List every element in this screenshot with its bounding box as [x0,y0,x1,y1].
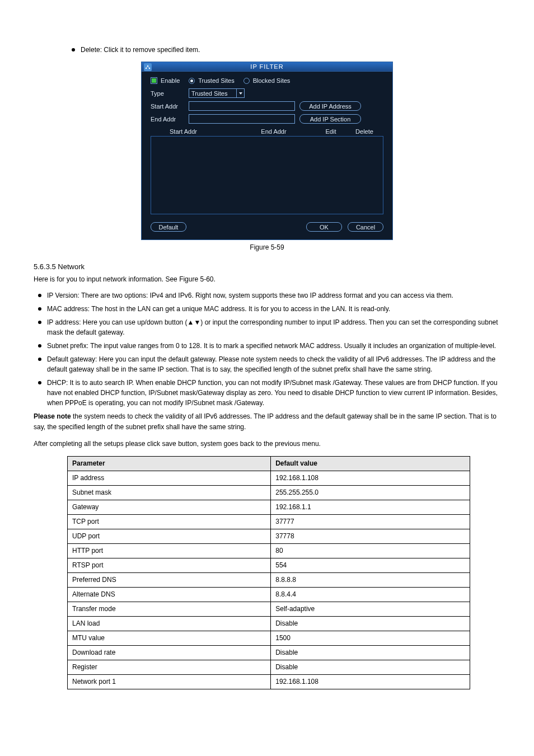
table-row: RTSP port554 [68,558,470,572]
table-cell: Subnet mask [68,485,271,500]
start-addr-label: Start Addr [151,103,184,110]
end-addr-label: End Addr [151,116,184,123]
defaults-table: Parameter Default value IP address192.16… [67,456,470,689]
table-row: TCP port37777 [68,514,470,529]
table-cell: TCP port [68,514,271,529]
table-cell: Disable [271,616,470,631]
col-end-addr: End Addr [233,128,314,135]
intro-paragraph: Here is for you to input network informa… [34,274,500,285]
table-cell: HTTP port [68,543,271,558]
list-item: DHCP: It is to auto search IP. When enab… [34,378,500,408]
enable-label: Enable [161,77,180,84]
dialog-title-text: IP FILTER [250,63,283,70]
table-cell: Self-adaptive [271,602,470,616]
list-item: Default gateway: Here you can input the … [34,354,500,374]
table-head-parameter: Parameter [68,456,271,471]
cancel-button[interactable]: Cancel [348,222,383,232]
table-cell: UDP port [68,529,271,543]
ok-button[interactable]: OK [306,222,342,232]
col-delete: Delete [348,128,381,135]
section-heading: 5.6.3.5 Network [34,262,500,271]
closing-paragraph: After completing all the setups please c… [34,439,500,449]
network-icon [144,63,152,71]
col-edit: Edit [314,128,348,135]
table-cell: 192.168.1.108 [271,674,470,689]
table-cell: Alternate DNS [68,587,271,602]
figure-caption: Figure 5-59 [34,243,500,251]
table-cell: 8.8.8.8 [271,572,470,587]
table-cell: RTSP port [68,558,271,572]
table-cell: 554 [271,558,470,572]
table-cell: Network port 1 [68,674,271,689]
table-head-default: Default value [271,456,470,471]
add-ip-section-button[interactable]: Add IP Section [299,114,361,124]
col-start-addr: Start Addr [153,128,233,135]
table-cell: 8.8.4.4 [271,587,470,602]
table-row: Gateway192.168.1.1 [68,500,470,514]
table-cell: Transfer mode [68,602,271,616]
chevron-down-icon [236,89,244,97]
table-cell: MTU value [68,631,271,645]
table-row: RegisterDisable [68,660,470,674]
table-row: UDP port37778 [68,529,470,543]
list-item: Subnet prefix: The input value ranges fr… [34,341,500,351]
table-cell: Register [68,660,271,674]
table-row: Transfer modeSelf-adaptive [68,602,470,616]
type-select[interactable]: Trusted Sites [189,88,245,98]
table-row: Preferred DNS8.8.8.8 [68,572,470,587]
blocked-sites-radio[interactable] [243,78,250,84]
list-header: Start Addr End Addr Edit Delete [151,128,383,135]
table-cell: Disable [271,645,470,660]
note-rest: the system needs to check the validity o… [34,412,496,431]
table-cell: IP address [68,471,271,485]
table-cell: 192.168.1.108 [271,471,470,485]
list-item: MAC address: The host in the LAN can get… [34,304,500,314]
note-bold: Please note [34,412,73,420]
ip-filter-dialog: IP FILTER Enable Trusted Sites Blocked S… [141,62,393,240]
table-cell: 80 [271,543,470,558]
list-item: IP Version: There are two options: IPv4 … [34,290,500,300]
table-row: HTTP port80 [68,543,470,558]
list-item: IP address: Here you can use up/down but… [34,317,500,337]
blocked-sites-label: Blocked Sites [253,77,291,84]
note-paragraph: Please note the system needs to check th… [34,411,500,433]
table-cell: 1500 [271,631,470,645]
table-cell: 37777 [271,514,470,529]
table-row: Network port 1192.168.1.108 [68,674,470,689]
bullet-delete: Delete: Click it to remove specified ite… [67,45,500,55]
feature-bullets: IP Version: There are two options: IPv4 … [34,290,500,408]
table-cell: 37778 [271,529,470,543]
enable-checkbox[interactable] [151,77,157,84]
table-cell: Disable [271,660,470,674]
table-cell: Gateway [68,500,271,514]
table-cell: Download rate [68,645,271,660]
table-row: Subnet mask255.255.255.0 [68,485,470,500]
table-row: LAN loadDisable [68,616,470,631]
default-button[interactable]: Default [151,222,186,232]
table-cell: LAN load [68,616,271,631]
end-addr-input[interactable] [189,114,295,124]
start-addr-input[interactable] [189,101,295,111]
table-cell: 255.255.255.0 [271,485,470,500]
table-row: Download rateDisable [68,645,470,660]
table-row: Alternate DNS8.8.4.4 [68,587,470,602]
add-ip-address-button[interactable]: Add IP Address [299,101,361,111]
table-row: IP address192.168.1.108 [68,471,470,485]
table-row: MTU value1500 [68,631,470,645]
table-cell: 192.168.1.1 [271,500,470,514]
list-area [151,136,383,214]
type-label: Type [151,90,184,97]
type-value: Trusted Sites [191,90,227,97]
dialog-title-bar: IP FILTER [142,62,392,72]
trusted-sites-label: Trusted Sites [198,77,234,84]
table-cell: Preferred DNS [68,572,271,587]
trusted-sites-radio[interactable] [189,78,195,84]
